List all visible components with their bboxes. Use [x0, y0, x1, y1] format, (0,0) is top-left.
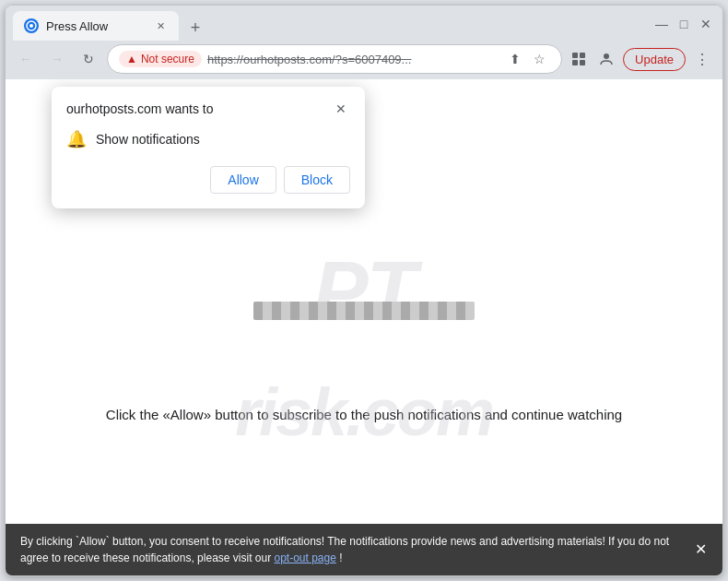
url-text: https://ourhotposts.com/?s=6007409... — [207, 53, 499, 66]
reload-button[interactable]: ↻ — [76, 46, 101, 72]
popup-title: ourhotposts.com wants to — [66, 101, 214, 116]
address-bar: ← → ↻ ▲ Not secure https://ourhotposts.c… — [6, 41, 722, 79]
bell-icon: 🔔 — [66, 129, 87, 149]
popup-header: ourhotposts.com wants to ✕ — [52, 87, 365, 125]
back-button[interactable]: ← — [13, 46, 39, 72]
page-main-text: Click the «Allow» button to subscribe to… — [6, 407, 722, 422]
address-actions: ⬆ ☆ — [504, 48, 550, 70]
forward-button[interactable]: → — [44, 46, 70, 72]
warning-icon: ▲ — [126, 53, 137, 65]
security-label: Not secure — [141, 53, 194, 65]
tab-close-button[interactable]: ✕ — [153, 18, 168, 33]
browser-window: Press Allow ✕ + — □ ✕ ← → ↻ ▲ Not secure… — [5, 5, 723, 576]
toolbar-right: Update ⋮ — [623, 46, 715, 72]
block-button[interactable]: Block — [284, 166, 350, 194]
active-tab[interactable]: Press Allow ✕ — [13, 11, 179, 41]
new-tab-button[interactable]: + — [182, 15, 208, 41]
menu-button[interactable]: ⋮ — [689, 46, 715, 72]
svg-rect-4 — [572, 60, 578, 65]
content-area: PT ourhotposts.com wants to ✕ 🔔 Show not… — [6, 79, 722, 524]
share-icon[interactable]: ⬆ — [504, 48, 526, 70]
popup-actions: Allow Block — [52, 162, 365, 208]
popup-close-button[interactable]: ✕ — [332, 100, 350, 118]
svg-rect-3 — [580, 53, 585, 58]
svg-point-6 — [604, 53, 609, 59]
bookmark-icon[interactable]: ☆ — [528, 48, 550, 70]
update-button[interactable]: Update — [623, 48, 686, 71]
banner-close-button[interactable]: ✕ — [689, 539, 711, 561]
svg-rect-5 — [580, 60, 585, 65]
notification-popup: ourhotposts.com wants to ✕ 🔔 Show notifi… — [52, 87, 365, 208]
popup-body: 🔔 Show notifications — [52, 125, 365, 162]
opt-out-link[interactable]: opt-out page — [274, 551, 335, 564]
watermark-top: PT — [312, 244, 415, 339]
popup-description: Show notifications — [96, 132, 200, 147]
tab-title: Press Allow — [46, 19, 146, 33]
loading-bar-container — [253, 302, 475, 320]
bottom-banner: By clicking `Allow` button, you consent … — [6, 524, 722, 575]
tab-favicon — [24, 18, 39, 33]
banner-text: By clicking `Allow` button, you consent … — [20, 535, 669, 564]
window-controls: — □ ✕ — [652, 15, 715, 37]
minimize-button[interactable]: — — [652, 15, 671, 33]
svg-rect-2 — [572, 53, 578, 58]
banner-text-suffix: ! — [339, 551, 342, 564]
loading-bar — [253, 302, 475, 320]
svg-point-1 — [29, 24, 33, 28]
allow-button[interactable]: Allow — [210, 166, 276, 194]
address-input[interactable]: ▲ Not secure https://ourhotposts.com/?s=… — [107, 44, 562, 74]
profile-icon[interactable] — [595, 48, 617, 70]
close-button[interactable]: ✕ — [697, 15, 715, 33]
security-badge: ▲ Not secure — [119, 51, 202, 67]
maximize-button[interactable]: □ — [675, 15, 693, 33]
tab-strip: Press Allow ✕ + — [13, 11, 649, 41]
extensions-icon[interactable] — [568, 48, 590, 70]
title-bar: Press Allow ✕ + — □ ✕ — [6, 6, 722, 41]
